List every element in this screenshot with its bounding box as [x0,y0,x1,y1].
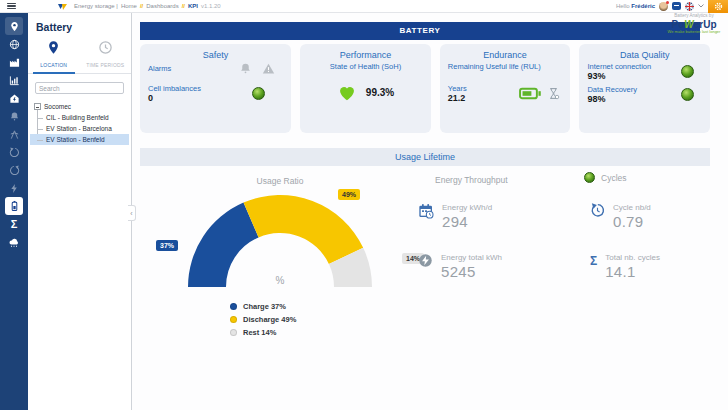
rotate-right-icon [9,165,20,176]
years-label: Years [448,84,467,93]
compass-icon [9,129,20,140]
tree-item-label: Socomec [44,103,71,110]
rail-item-rotate-left[interactable] [5,143,23,161]
metric-label: Cycle nb/d [613,203,651,212]
collapse-expander-icon[interactable] [34,103,41,110]
tree-item-root[interactable]: Socomec [30,101,129,112]
gauge-label-charge: 37% [156,240,178,251]
battery-icon [9,200,20,212]
rail-item-sigma[interactable]: Σ [5,215,23,233]
bar-chart-icon [9,75,20,86]
powerup-logo: Battery Analytics by PoWerUp We make bat… [662,14,726,34]
language-flag-icon[interactable] [685,2,694,11]
metric-label: Energy total kWh [441,253,502,262]
rail-item-chart[interactable] [5,71,23,89]
search-input[interactable] [35,82,124,94]
gauge-center-label: % [168,275,392,286]
status-led-green [681,65,694,78]
breadcrumb-dashboards[interactable]: Dashboards [146,3,178,9]
alarm-bell-icon [239,62,252,75]
main-content: BATTERY Battery Analytics by PoWerUp We … [132,13,728,410]
tree-item-label: CIL - Building Benfeld [46,114,109,121]
top-bar: Energy storage | Home // Dashboards // K… [0,0,728,13]
history-icon [590,203,605,218]
card-safety: Safety Alarms Cell imbalances 0 [140,44,291,133]
cloud-rain-icon [8,237,20,248]
gauge-label-discharge: 49% [338,189,360,200]
sidebar-collapse-handle[interactable]: ‹ [128,205,136,221]
energy-throughput-title: Energy Throughput [435,175,508,185]
sigma-icon: Σ [590,255,597,267]
tree-item-label: EV Station - Benfeld [46,136,105,143]
bolt-circle-icon [418,253,433,268]
clock-icon [98,40,113,55]
legend-label: Rest 14% [243,328,276,337]
sidebar-tabs: LOCATION TIME PERIODS [28,36,131,74]
rail-item-alarms[interactable] [5,107,23,125]
breadcrumb-separator: // [182,3,185,9]
legend-item-rest: Rest 14% [230,328,296,337]
card-title: Safety [148,50,283,60]
location-pin-icon [9,21,20,32]
legend-label: Discharge 49% [243,315,296,324]
rail-item-weather[interactable] [5,233,23,251]
topbar-right: Hello Frédéric [616,0,728,13]
soh-value: 99.3% [366,87,394,98]
logo-tagline: We make batteries last longer [662,30,726,34]
hourglass-icon [547,87,560,100]
factory-icon [9,57,20,68]
rotate-left-icon [9,147,20,158]
bolt-icon [9,183,20,194]
chat-icon[interactable] [672,2,681,10]
user-avatar[interactable] [659,2,668,11]
rail-item-globe[interactable] [5,35,23,53]
rail-item-compass[interactable] [5,125,23,143]
legend-dot [230,303,237,310]
tree-item-selected[interactable]: EV Station - Benfeld [30,134,129,145]
tab-time-periods[interactable]: TIME PERIODS [80,36,132,73]
metric-energy-per-day: Energy kWh/d 294 [418,203,578,230]
menu-hamburger-icon[interactable] [7,3,16,10]
rail-item-factory[interactable] [5,53,23,71]
status-led-green [584,172,595,183]
battery-health-icon [519,87,542,100]
tab-location[interactable]: LOCATION [28,36,80,73]
location-pin-icon [46,40,61,55]
rail-item-rotate-right[interactable] [5,161,23,179]
cycles-title: Cycles [601,173,627,183]
metric-value: 5245 [441,263,502,280]
globe-icon [9,39,20,50]
app-version: v1.1.20 [201,3,221,9]
rail-item-bolt[interactable] [5,179,23,197]
metric-label: Total nb. cycles [605,253,660,262]
rail-item-home[interactable] [5,89,23,107]
metric-value: 14.1 [605,263,660,280]
internet-label: Internet connection [587,62,651,71]
tree-item[interactable]: EV Station - Barcelona [30,123,129,134]
bell-icon [9,111,20,122]
metric-value: 294 [442,213,492,230]
card-title: Endurance [448,50,563,60]
gauge-legend: Charge 37%Discharge 49%Rest 14% [230,302,296,337]
calendar-clock-icon [418,203,434,219]
metric-label: Energy kWh/d [442,203,492,212]
years-value: 21.2 [448,93,467,103]
user-name: Frédéric [631,3,655,9]
section-header-usage-lifetime: Usage Lifetime [140,148,710,166]
cell-imbalances-label: Cell imbalances [148,84,201,93]
greeting-text: Hello Frédéric [616,3,655,9]
tree-item[interactable]: CIL - Building Benfeld [30,112,129,123]
breadcrumb-home[interactable]: Home [121,3,137,9]
cycles-title-group: Cycles [584,172,627,183]
rail-item-battery[interactable] [5,197,23,215]
rail-item-location[interactable] [5,17,23,35]
status-led-green [252,87,265,100]
card-title: Data Quality [587,50,702,60]
card-performance: Performance State of Health (SoH) 99.3% [300,44,431,133]
chevron-down-icon[interactable] [698,4,704,8]
tree-item-label: EV Station - Barcelona [46,125,112,132]
breadcrumb-kpi[interactable]: KPI [188,3,198,9]
metric-total-cycles: Σ Total nb. cycles 14.1 [590,253,728,280]
settings-gear-button[interactable] [708,0,728,13]
app-logo-icon[interactable] [58,2,67,11]
